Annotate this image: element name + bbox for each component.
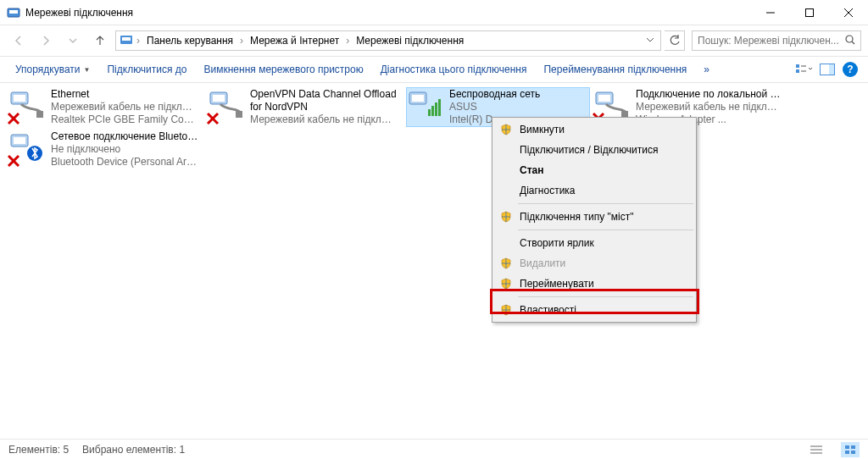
svg-rect-28 <box>428 109 431 116</box>
menu-status[interactable]: Стан <box>494 160 694 180</box>
details-view-button[interactable] <box>807 442 826 457</box>
icons-view-button[interactable] <box>841 442 860 457</box>
breadcrumb[interactable]: › Панель керування › Мережа й Інтернет ›… <box>115 30 661 51</box>
shield-icon <box>499 303 513 317</box>
nav-recent-button[interactable] <box>61 29 85 53</box>
connection-status: Мережевий кабель не підключ... <box>51 101 199 113</box>
nav-up-button[interactable] <box>88 29 112 53</box>
search-input[interactable]: Пошук: Мережеві підключен... <box>692 30 861 51</box>
svg-rect-46 <box>851 445 855 449</box>
context-menu: Вимкнути Підключитися / Відключитися Ста… <box>492 117 697 323</box>
connect-to-button[interactable]: Підключитися до <box>98 60 195 79</box>
connection-name: Ethernet <box>51 88 199 101</box>
shield-icon <box>499 277 513 290</box>
connection-status: ASUS <box>449 101 540 113</box>
svg-rect-45 <box>845 445 849 449</box>
svg-rect-22 <box>213 95 225 102</box>
svg-rect-29 <box>431 106 434 116</box>
connections-area: Ethernet Мережевий кабель не підключ... … <box>0 83 868 439</box>
svg-rect-31 <box>438 99 441 116</box>
menu-rename[interactable]: Перейменувати <box>494 274 694 294</box>
preview-pane-button[interactable] <box>815 59 839 80</box>
menu-diagnose[interactable]: Діагностика <box>494 180 694 201</box>
connection-item[interactable]: Ethernet Мережевий кабель не підключ... … <box>8 88 199 126</box>
breadcrumb-segment[interactable]: Мережеві підключення <box>353 33 467 48</box>
svg-rect-15 <box>829 64 834 75</box>
connection-item[interactable]: OpenVPN Data Channel Offload for NordVPN… <box>208 88 398 126</box>
close-button[interactable] <box>829 0 868 25</box>
svg-line-9 <box>852 41 854 44</box>
svg-rect-11 <box>796 69 799 73</box>
svg-rect-33 <box>598 95 610 102</box>
disable-device-button[interactable]: Вимкнення мережевого пристрою <box>196 60 372 79</box>
search-icon <box>845 35 855 47</box>
window-icon <box>7 6 20 19</box>
connection-device: Bluetooth Device (Personal Area ... <box>51 156 199 169</box>
svg-rect-7 <box>122 37 131 41</box>
svg-rect-30 <box>435 102 437 116</box>
nav-forward-button[interactable] <box>34 29 58 53</box>
svg-rect-17 <box>14 95 25 102</box>
maximize-button[interactable] <box>790 0 829 25</box>
svg-rect-23 <box>236 111 242 118</box>
chevron-right-icon: › <box>238 35 245 47</box>
status-selected-count: Вибрано елементів: 1 <box>82 444 185 456</box>
refresh-button[interactable] <box>665 30 685 51</box>
connection-status: Мережевий кабель не підключ... <box>636 101 784 113</box>
connection-name: Подключение по локальной сети <box>636 88 784 101</box>
svg-rect-27 <box>412 95 424 102</box>
chevron-right-icon: › <box>344 35 351 47</box>
connection-name: Сетевое подключение Bluetooth <box>51 130 199 143</box>
menu-separator <box>518 230 693 230</box>
menu-create-shortcut[interactable]: Створити ярлик <box>494 233 694 253</box>
menu-disable[interactable]: Вимкнути <box>494 119 694 140</box>
menu-separator <box>518 203 693 204</box>
disconnected-x-icon <box>206 112 220 125</box>
connection-status: Мережевий кабель не підключ... <box>250 113 398 126</box>
svg-rect-3 <box>806 8 814 16</box>
connection-name: Беспроводная сеть <box>449 88 540 101</box>
breadcrumb-dropdown[interactable] <box>643 35 657 47</box>
svg-rect-38 <box>14 137 25 144</box>
svg-rect-10 <box>796 64 799 68</box>
minimize-button[interactable] <box>751 0 790 25</box>
diagnose-button[interactable]: Діагностика цього підключення <box>372 60 536 79</box>
window-title: Мережеві підключення <box>25 7 751 19</box>
status-bar: Елементів: 5 Вибрано елементів: 1 <box>0 439 868 459</box>
help-button[interactable]: ? <box>843 62 858 77</box>
rename-button[interactable]: Перейменування підключення <box>535 60 695 79</box>
chevron-down-icon: ▼ <box>84 66 91 74</box>
menu-delete[interactable]: Видалити <box>494 253 694 274</box>
shield-icon <box>499 123 513 136</box>
connection-name: OpenVPN Data Channel Offload for NordVPN <box>250 88 398 113</box>
breadcrumb-root-icon <box>120 33 133 49</box>
wifi-icon <box>408 89 442 123</box>
menu-separator <box>518 296 693 297</box>
svg-rect-18 <box>36 111 43 118</box>
overflow-button[interactable]: » <box>695 60 718 79</box>
menu-bridge[interactable]: Підключення типу "міст" <box>494 207 694 227</box>
svg-rect-1 <box>9 10 18 14</box>
connection-device: Realtek PCIe GBE Family Controller <box>51 113 199 126</box>
menu-properties[interactable]: Властивості <box>494 300 694 320</box>
nav-back-button[interactable] <box>7 29 31 53</box>
chevron-right-icon: › <box>135 35 142 47</box>
status-item-count: Елементів: 5 <box>8 444 69 456</box>
organize-menu[interactable]: Упорядкувати▼ <box>7 60 98 79</box>
connection-status: Не підключено <box>51 143 199 156</box>
view-options-button[interactable] <box>792 59 815 80</box>
breadcrumb-segment[interactable]: Панель керування <box>143 33 236 48</box>
svg-rect-47 <box>845 451 849 454</box>
menu-connect-disconnect[interactable]: Підключитися / Відключитися <box>494 140 694 160</box>
breadcrumb-segment[interactable]: Мережа й Інтернет <box>247 33 342 48</box>
svg-rect-48 <box>851 451 855 454</box>
search-placeholder: Пошук: Мережеві підключен... <box>698 35 842 47</box>
connection-item[interactable]: Сетевое подключение Bluetooth Не підключ… <box>8 130 199 169</box>
shield-icon <box>499 257 513 270</box>
svg-point-8 <box>846 36 853 42</box>
shield-icon <box>499 210 513 224</box>
disconnected-x-icon <box>7 154 20 168</box>
disconnected-x-icon <box>7 112 20 125</box>
